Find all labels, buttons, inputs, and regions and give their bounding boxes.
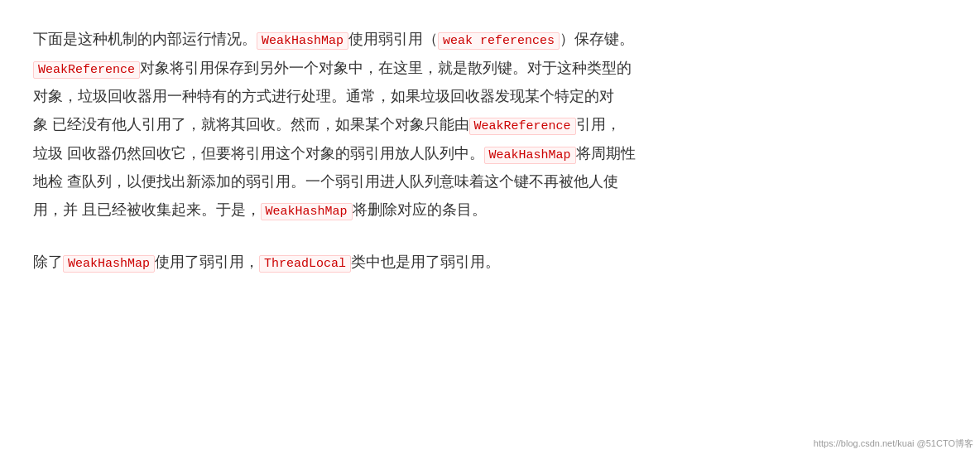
- text-p2-post: 类中也是用了弱引用。: [351, 254, 500, 270]
- text-line5-pre: 垃圾 回收器仍然回收它，但要将引用这个对象的弱引用放人队列中。: [33, 145, 484, 162]
- text-line7-pre: 用，并 且已经被收集起来。于是，: [33, 201, 261, 218]
- text-line1-post: ）保存键。: [560, 31, 634, 47]
- text-line1-mid: 使用弱引用（: [348, 31, 438, 47]
- text-line4-post: 引用，: [576, 116, 621, 133]
- page-container: 下面是这种机制的内部运行情况。WeakHashMap使用弱引用（weak ref…: [0, 0, 980, 459]
- main-paragraph: 下面是这种机制的内部运行情况。WeakHashMap使用弱引用（weak ref…: [33, 25, 947, 225]
- text-line7-post: 将删除对应的条目。: [353, 201, 487, 218]
- weakreference-code-1: WeakReference: [33, 61, 140, 79]
- text-line5-post: 将周期性: [576, 145, 636, 162]
- threadlocal-code: ThreadLocal: [259, 255, 351, 273]
- text-line6: 地检 查队列，以便找出新添加的弱引用。一个弱引用进人队列意味着这个键不再被他人使: [33, 173, 618, 190]
- text-line1-pre: 下面是这种机制的内部运行情况。: [33, 31, 257, 47]
- weakhashmap-code-p2: WeakHashMap: [63, 255, 155, 273]
- weakhashmap-code-1: WeakHashMap: [257, 32, 348, 50]
- text-line2-mid: 对象将引用保存到另外一个对象中，在这里，就是散列键。对于这种类型的: [140, 60, 632, 76]
- weakhashmap-code-3: WeakHashMap: [261, 203, 353, 220]
- weakreference-code-2: WeakReference: [469, 118, 576, 135]
- text-line3: 对象，垃圾回收器用一种特有的方式进行处理。通常，如果垃圾回收器发现某个特定的对: [33, 88, 614, 104]
- weakhashmap-code-2: WeakHashMap: [484, 147, 576, 164]
- text-line4-pre: 象 已经没有他人引用了，就将其回收。然而，如果某个对象只能由: [33, 116, 469, 133]
- watermark: https://blog.csdn.net/kuai @51CTO博客: [814, 436, 973, 452]
- text-p2-pre: 除了: [33, 254, 63, 270]
- text-p2-mid: 使用了弱引用，: [155, 254, 259, 270]
- weak-references-code: weak references: [438, 32, 560, 50]
- second-paragraph: 除了WeakHashMap使用了弱引用，ThreadLocal类中也是用了弱引用…: [33, 248, 947, 277]
